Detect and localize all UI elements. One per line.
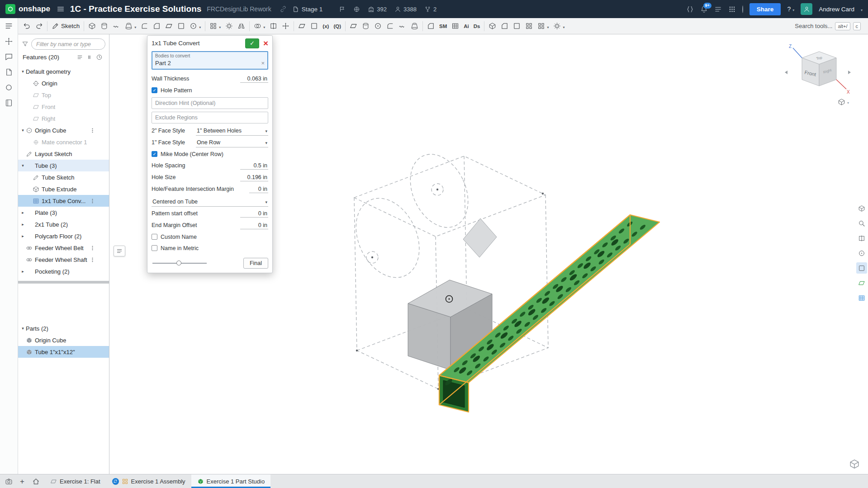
tab-manager-home-button[interactable] xyxy=(30,475,42,487)
notebook-panel-button[interactable] xyxy=(5,99,13,107)
feature-row-feeder-wheel-shaft[interactable]: Feeder Wheel Shaft xyxy=(18,254,109,265)
doc-stat-fork[interactable]: 2 xyxy=(424,6,436,13)
onshape-logo[interactable]: onshape xyxy=(5,4,50,14)
clear-selection-icon[interactable] xyxy=(261,60,265,66)
variables-button[interactable]: (x) xyxy=(320,20,331,33)
feature-row-tube-extrude[interactable]: Tube Extrude xyxy=(18,183,109,195)
part-row-tube-1-x1-x12[interactable]: Tube 1"x1"x12" xyxy=(18,346,109,358)
caret-down-icon[interactable] xyxy=(20,326,26,331)
slider-knob[interactable] xyxy=(176,261,181,265)
doc-stat-globe[interactable] xyxy=(353,6,360,13)
construction-plane-button[interactable] xyxy=(347,20,360,33)
feature-menu-icon[interactable] xyxy=(90,245,95,251)
feature-row-front[interactable]: Front xyxy=(18,101,109,113)
direction-hint-input[interactable] xyxy=(152,97,268,109)
mirror-button[interactable] xyxy=(235,20,247,33)
rotate-right-icon[interactable] xyxy=(848,71,851,74)
extrude-button[interactable] xyxy=(86,20,98,33)
feature-menu-icon[interactable] xyxy=(90,128,95,133)
hole-pattern-checkbox[interactable] xyxy=(152,87,157,93)
revolve-button[interactable] xyxy=(98,20,110,33)
isometric-view-button[interactable] xyxy=(849,459,860,469)
feature-row-top[interactable]: Top xyxy=(18,89,109,101)
ds-custom-button[interactable]: Ds xyxy=(471,20,483,33)
draft-button[interactable] xyxy=(163,20,175,33)
featurescript-icon[interactable] xyxy=(686,5,694,13)
custom-feature-tools-button[interactable] xyxy=(551,20,567,33)
hole-position-select[interactable]: Centered on Tube xyxy=(152,197,268,207)
ai-custom-button[interactable]: Ai xyxy=(461,20,471,33)
feature-row-layout-sketch[interactable]: Layout Sketch xyxy=(18,148,109,160)
workspace-selector[interactable]: Stage 1 xyxy=(292,6,323,13)
feature-menu-icon[interactable] xyxy=(90,198,95,204)
composite-curve-button[interactable] xyxy=(396,20,408,33)
app-store-button[interactable] xyxy=(728,5,736,13)
tube-convert-button[interactable] xyxy=(523,20,535,33)
bodies-to-convert-field[interactable]: Bodies to convert Part 2 xyxy=(152,51,268,70)
feature-row-1x1-tube-conv[interactable]: 1x1 Tube Conv... xyxy=(18,195,109,207)
feature-menu-icon[interactable] xyxy=(90,257,95,263)
final-button[interactable]: Final xyxy=(243,258,268,269)
feature-row-pocketing-2[interactable]: ▸Pocketing (2) xyxy=(18,265,109,277)
user-menu-chevron-icon[interactable] xyxy=(861,5,863,13)
documentation-panel-button[interactable] xyxy=(5,68,13,76)
tab-exercise-1-assembly[interactable]: Exercise 1 Assembly xyxy=(106,474,191,488)
featurescript-search-button[interactable]: (Q) xyxy=(331,20,343,33)
frame-button[interactable] xyxy=(486,20,498,33)
section-view-button[interactable] xyxy=(856,232,867,244)
mike-mode-checkbox[interactable] xyxy=(152,151,157,157)
fit-spline-button[interactable] xyxy=(408,20,421,33)
variable-studio-panel-button[interactable] xyxy=(5,83,13,92)
sm-custom-button[interactable]: SM xyxy=(437,20,449,33)
view-tools-button[interactable] xyxy=(856,203,867,214)
tag-profile-button[interactable] xyxy=(511,20,523,33)
hole-size-input[interactable]: 0.196 in xyxy=(240,174,268,181)
face1-style-select[interactable]: One Row xyxy=(196,138,268,147)
shell-button[interactable] xyxy=(175,20,187,33)
graphics-viewport[interactable]: 1x1 Tube Convert Bodies to convert Part … xyxy=(110,34,868,474)
caret-right-icon[interactable]: ▸ xyxy=(20,210,26,215)
circular-pattern-button[interactable] xyxy=(223,20,235,33)
redo-button[interactable] xyxy=(33,20,45,33)
zoom-window-button[interactable] xyxy=(856,218,867,229)
create-tab-button[interactable]: + xyxy=(16,475,28,487)
sheet-metal-model-button[interactable] xyxy=(425,20,437,33)
caret-down-icon[interactable]: ▾ xyxy=(20,128,26,133)
linear-pattern-button[interactable] xyxy=(207,20,223,33)
sweep-button[interactable] xyxy=(110,20,123,33)
loft-button[interactable] xyxy=(123,20,138,33)
pattern-start-offset-input[interactable]: 0 in xyxy=(240,210,268,218)
face2-style-select[interactable]: 1" Between Holes xyxy=(196,126,268,136)
search-tools[interactable]: Search tools... alt+/ c xyxy=(795,22,861,30)
exclude-regions-input[interactable] xyxy=(152,112,268,123)
panel-manager-button[interactable] xyxy=(856,262,867,274)
comments-panel-button[interactable] xyxy=(5,52,13,61)
feature-row-2x1-tube-2[interactable]: ▸2x1 Tube (2) xyxy=(18,218,109,230)
filter-input[interactable] xyxy=(31,38,105,50)
undo-button[interactable] xyxy=(21,20,33,33)
sketch-button[interactable]: Sketch xyxy=(49,20,82,33)
feature-list-flyout-button[interactable] xyxy=(114,246,125,256)
filter-funnel-icon[interactable] xyxy=(22,41,28,47)
caret-down-icon[interactable]: ▾ xyxy=(20,163,26,168)
feature-row-right[interactable]: Right xyxy=(18,113,109,124)
feature-row-feeder-wheel-belt[interactable]: Feeder Wheel Belt xyxy=(18,242,109,254)
feature-row-tube-3[interactable]: ▾Tube (3) xyxy=(18,160,109,171)
offset-surface-button[interactable] xyxy=(296,20,308,33)
caret-right-icon[interactable]: ▸ xyxy=(20,269,26,274)
doc-stat-person[interactable]: 3388 xyxy=(394,6,417,13)
fillet-button[interactable] xyxy=(138,20,151,33)
boolean-button[interactable] xyxy=(251,20,267,33)
view-options-button[interactable] xyxy=(838,98,849,106)
caret-right-icon[interactable]: ▸ xyxy=(20,222,26,227)
suspend-rollback-icon[interactable] xyxy=(86,54,92,60)
dialog-header[interactable]: 1x1 Tube Convert xyxy=(147,36,272,51)
hole-spacing-input[interactable]: 0.5 in xyxy=(240,162,268,170)
point-button[interactable] xyxy=(372,20,384,33)
doc-stat-building[interactable]: 392 xyxy=(368,6,387,13)
cancel-button[interactable] xyxy=(263,39,268,47)
caret-right-icon[interactable]: ▸ xyxy=(20,234,26,238)
tab-exercise-1-part-studio[interactable]: Exercise 1 Part Studio xyxy=(191,474,271,488)
view-cube[interactable]: Top Front Right Z X xyxy=(784,43,852,97)
help-button[interactable]: ? xyxy=(787,5,794,13)
